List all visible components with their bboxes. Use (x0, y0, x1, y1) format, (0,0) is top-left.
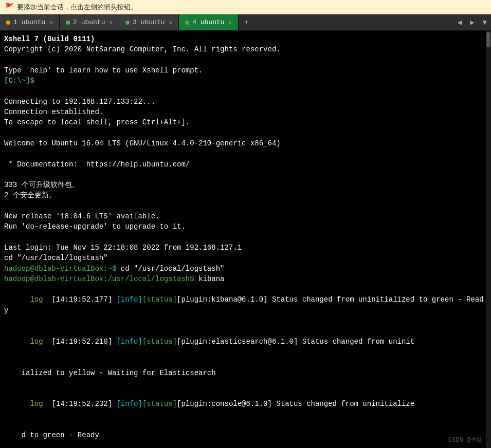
log-console: log [14:19:52.232] [info][status][plugin… (4, 388, 487, 420)
connection-established: Connection established. (4, 107, 487, 117)
blank5 (4, 170, 487, 180)
tab1-label: 1 ubuntu (13, 18, 45, 26)
tab4-dot (185, 21, 189, 25)
notification-bar: 🚩 要添加当前会话，点击左侧的箭头按钮。 (0, 0, 491, 14)
tab-4-ubuntu[interactable]: 4 ubuntu ✕ (179, 14, 239, 30)
tab-bar: 1 ubuntu ✕ 2 ubuntu ✕ 3 ubuntu ✕ 4 ubunt… (0, 14, 491, 31)
help-line: Type `help' to learn how to use Xshell p… (4, 65, 487, 76)
connecting-line: Connecting to 192.168.127.133:22... (4, 97, 487, 107)
log-elasticsearch-1b: ialized to yellow - Waiting for Elastics… (4, 357, 487, 388)
terminal[interactable]: Xshell 7 (Build 0111) Copyright (c) 2020… (0, 31, 491, 448)
notification-text: 要添加当前会话，点击左侧的箭头按钮。 (17, 3, 137, 12)
copyright-line: Copyright (c) 2020 NetSarang Computer, I… (4, 44, 487, 54)
watermark: CSDN @书签 (448, 436, 483, 445)
blank4 (4, 148, 487, 159)
new-release-1: New release '18.04.6 LTS' available. (4, 211, 487, 221)
prompt-cd: hadoop@dblab-VirtualBox:~$ cd "/usr/loca… (4, 264, 487, 274)
welcome-line: Welcome to Ubuntu 16.04 LTS (GNU/Linux 4… (4, 138, 487, 148)
flag-icon: 🚩 (5, 3, 14, 11)
blank2 (4, 86, 487, 96)
tab1-dot (6, 21, 10, 25)
tab1-close[interactable]: ✕ (49, 19, 53, 26)
new-tab-button[interactable]: + (239, 14, 254, 30)
nav-prev-button[interactable]: ◀ (453, 14, 466, 30)
blank1 (4, 55, 487, 65)
tab-nav-right: ◀ ▶ ▼ (453, 14, 491, 30)
local-prompt: [C:\~]$ (4, 76, 487, 86)
cd-command-prerun: cd "/usr/local/logstash" (4, 253, 487, 263)
scrollbar[interactable] (486, 31, 491, 448)
tab2-close[interactable]: ✕ (109, 19, 113, 26)
tab3-close[interactable]: ✕ (169, 19, 173, 26)
tab-1-ubuntu[interactable]: 1 ubuntu ✕ (0, 14, 60, 30)
tab2-dot (66, 21, 70, 25)
blank7 (4, 232, 487, 242)
prompt-kibana: hadoop@dblab-VirtualBox:/usr/local/logst… (4, 274, 487, 284)
upgradable-packages: 333 个可升级软件包。 (4, 180, 487, 190)
blank6 (4, 201, 487, 211)
tab4-close[interactable]: ✕ (229, 19, 232, 26)
tab3-label: 3 ubuntu (133, 18, 165, 26)
tab-3-ubuntu[interactable]: 3 ubuntu ✕ (119, 14, 179, 30)
scrollbar-thumb[interactable] (486, 32, 490, 47)
tab3-dot (125, 21, 130, 25)
nav-dropdown-button[interactable]: ▼ (479, 14, 491, 30)
log-kibana: log [14:19:52.177] [info][status][plugin… (4, 284, 487, 326)
nav-next-button[interactable]: ▶ (466, 14, 478, 30)
xshell-title: Xshell 7 (Build 0111) (4, 34, 487, 44)
tab-2-ubuntu[interactable]: 2 ubuntu ✕ (60, 14, 119, 30)
docs-line: * Documentation: https://help.ubuntu.com… (4, 159, 487, 170)
last-login: Last login: Tue Nov 15 22:18:08 2022 fro… (4, 242, 487, 253)
tab4-label: 4 ubuntu (192, 18, 224, 26)
log-elasticsearch-1: log [14:19:52.210] [info][status][plugin… (4, 326, 487, 357)
new-release-2: Run 'do-release-upgrade' to upgrade to i… (4, 221, 487, 232)
blank3 (4, 128, 487, 138)
log-console-b: d to green - Ready (4, 420, 487, 448)
escape-hint: To escape to local shell, press Ctrl+Alt… (4, 117, 487, 127)
tab2-label: 2 ubuntu (73, 18, 105, 26)
security-updates: 2 个安全更新。 (4, 190, 487, 200)
